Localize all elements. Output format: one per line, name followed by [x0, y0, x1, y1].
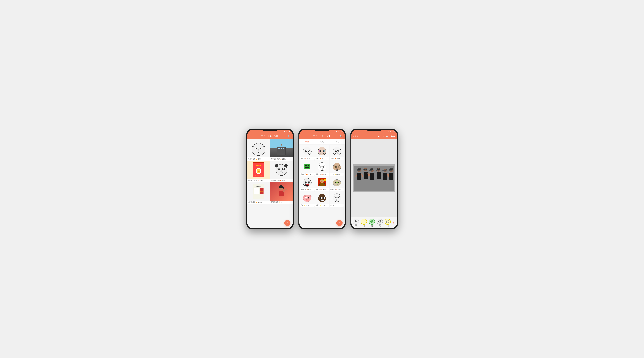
phone1-template-grid: 熊猫头 秃头 🔥 8535 [247, 139, 293, 204]
sticker-count-9: 6886 [338, 189, 341, 190]
phone2-tab-template[interactable]: 模板 [320, 135, 324, 138]
phone-1: ▲♥⊕ 17:1 ☰ 本地 模板 贴图 🔍 [246, 129, 294, 229]
sticker-name-11: 拳击手 [316, 204, 320, 206]
phone2-subtab-props[interactable]: 道具 [314, 139, 330, 144]
template-item-1[interactable]: 熊猫头 秃头 🔥 8535 [247, 139, 270, 161]
tool-text[interactable]: T 文字 [361, 219, 367, 227]
svg-rect-161 [370, 173, 374, 179]
svg-rect-67 [306, 166, 306, 167]
phone1-fab[interactable]: ≡ [284, 220, 290, 226]
sticker-item-5[interactable]: 暴走脸 白 🔥 3.9w [315, 160, 329, 176]
phone2-content: 暴走 黑 🔥 88.0w [300, 144, 345, 228]
svg-point-22 [284, 164, 288, 168]
phone1-menu-icon[interactable]: ☰ [250, 135, 252, 138]
deform-icon [386, 220, 390, 223]
sticker-item-6[interactable]: 奥利给 🔥 29.8w [330, 160, 344, 176]
svg-text:傻通证: 傻通证 [256, 185, 261, 187]
sticker-count-5: 3.9w [323, 174, 326, 175]
tool-deform[interactable]: 变形 [384, 219, 391, 227]
phone2-tab-sticker[interactable]: 贴图 [326, 135, 330, 138]
sticker-item-4[interactable]: 我的世界 🔥 7584 [300, 160, 314, 176]
phone1-content: 熊猫头 秃头 🔥 8535 [247, 139, 293, 228]
tool-sticker[interactable]: 贴图 [369, 219, 375, 227]
cry-face-svg [302, 177, 312, 187]
book-button[interactable]: 📖 [386, 135, 388, 138]
phone2-fab[interactable]: ≡ [336, 220, 342, 226]
stupid-cert-svg: 傻通证 印章 [252, 183, 265, 199]
phone2-time: 17:1 [340, 131, 343, 133]
template-item-2[interactable]: 踢下楼 欺负打 🔥 23.9w [270, 139, 293, 161]
sticker-meta-2: 暴走脸 🔥 61.9w [315, 157, 329, 160]
svg-point-85 [338, 167, 339, 168]
phone3-time: 17:1 [392, 131, 395, 133]
sticker-meta-7: 暴走脸 笑 🔥 1.6w [300, 188, 314, 191]
sticker-item-3[interactable]: 暴走 坏 🔥 55.2w [330, 145, 344, 160]
phone2-search-icon[interactable]: 🔍 [340, 135, 342, 138]
phone1-time: 17:1 [288, 131, 290, 133]
svg-point-86 [336, 168, 338, 169]
svg-rect-174 [383, 173, 387, 180]
sticker-item-7[interactable]: 暴走脸 笑 🔥 1.6w [300, 176, 314, 191]
sticker-img-4 [300, 160, 314, 173]
sticker-meta-8: 王者荣耀 🔥 19.2w [315, 188, 329, 191]
phone1-tab-local[interactable]: 本地 [261, 135, 265, 138]
phone2-tab-local[interactable]: 本地 [313, 135, 317, 138]
tool-cutout[interactable]: 断图 [353, 219, 359, 227]
redo-button[interactable]: ↪ [382, 135, 384, 138]
svg-point-107 [338, 182, 338, 183]
svg-point-29 [280, 171, 282, 172]
fire-icon-6: 🔥 [279, 201, 280, 203]
sticker-item-10[interactable]: 猪头 🔥 17.9w [300, 191, 314, 206]
sticker-item-8[interactable]: ⚡ 王者荣耀 🔥 19.2w [315, 176, 329, 191]
more-tools-button[interactable]: » [392, 221, 395, 225]
sticker-count-3: 55.2w [337, 158, 340, 160]
sticker-item-1[interactable]: 暴走 黑 🔥 88.0w [300, 145, 314, 160]
save-button[interactable]: 保存+ [390, 135, 395, 138]
tool-face[interactable]: 抠脸 [377, 219, 383, 227]
phone2-subtab-mine[interactable]: 我的 [330, 139, 345, 144]
template-item-3[interactable]: 光棍证 二维码 国际单身认证 光棍证 单身狗 🔥 7058 [247, 161, 270, 182]
template-item-6[interactable]: 王境泽 真香 🔥 w [270, 182, 293, 204]
glasses-man-svg [332, 162, 342, 172]
template-item-4[interactable]: 手举龙王 龙王 🔥 4.0w [270, 161, 293, 182]
template-count-1: 8535 [258, 158, 261, 160]
svg-point-46 [306, 151, 306, 152]
sticker-meta-12: 暴走脸 [330, 204, 344, 206]
phone3-nav-right: ↩ ↪ 📖 保存+ [378, 135, 395, 138]
tool-face-label: 抠脸 [378, 225, 381, 227]
svg-rect-179 [388, 170, 390, 171]
template-item-5[interactable]: 傻通证 印章 证书 傻通证 🔥 [247, 182, 270, 204]
sticker-meta-10: 猪头 🔥 17.9w [300, 204, 314, 206]
svg-point-189 [371, 221, 372, 222]
sticker-img-5 [315, 160, 329, 173]
undo-button[interactable]: ↩ [378, 135, 380, 138]
face-swap-icon [378, 220, 382, 223]
svg-point-48 [307, 152, 308, 153]
template-name-5: 证书 傻通证 [248, 201, 256, 203]
svg-point-98 [322, 181, 323, 181]
phone2-header: ☰ 本地 模板 贴图 🔍 [300, 134, 345, 139]
fire-icon-3: 🔥 [258, 180, 259, 181]
svg-point-77 [323, 167, 324, 168]
sticker-count-6: 29.8w [336, 174, 340, 175]
svg-rect-152 [363, 170, 364, 170]
svg-rect-160 [371, 170, 372, 171]
app-container: ▲♥⊕ 17:1 ☰ 本地 模板 贴图 🔍 [246, 129, 398, 229]
phone1-search-icon[interactable]: 🔍 [287, 135, 290, 138]
sticker-item-12[interactable]: 暴走脸 [330, 191, 344, 206]
template-meta-6: 王境泽 真香 🔥 w [270, 200, 293, 204]
sticker-item-9[interactable]: 愤怒猫 全 🔥 6886 [330, 176, 344, 191]
phone2-subtab-emotion[interactable]: 表情 [300, 139, 314, 144]
svg-point-138 [338, 198, 338, 198]
back-button[interactable]: < 返回 [353, 135, 358, 138]
sticker-item-11[interactable]: 拳击手 🔥 16.6w [315, 191, 329, 206]
tool-deform-label: 变形 [386, 225, 389, 227]
phone1-tab-sticker[interactable]: 贴图 [274, 135, 278, 138]
sticker-count-4: 7584 [308, 174, 311, 175]
tool-cutout-circle [353, 219, 359, 225]
sticker-item-2[interactable]: 暴走脸 🔥 61.9w [315, 145, 329, 160]
phone2-menu-icon[interactable]: ☰ [302, 135, 304, 138]
panda-svg [274, 162, 289, 178]
phone1-tab-template[interactable]: 模板 [268, 135, 272, 138]
editor-image [353, 164, 395, 192]
